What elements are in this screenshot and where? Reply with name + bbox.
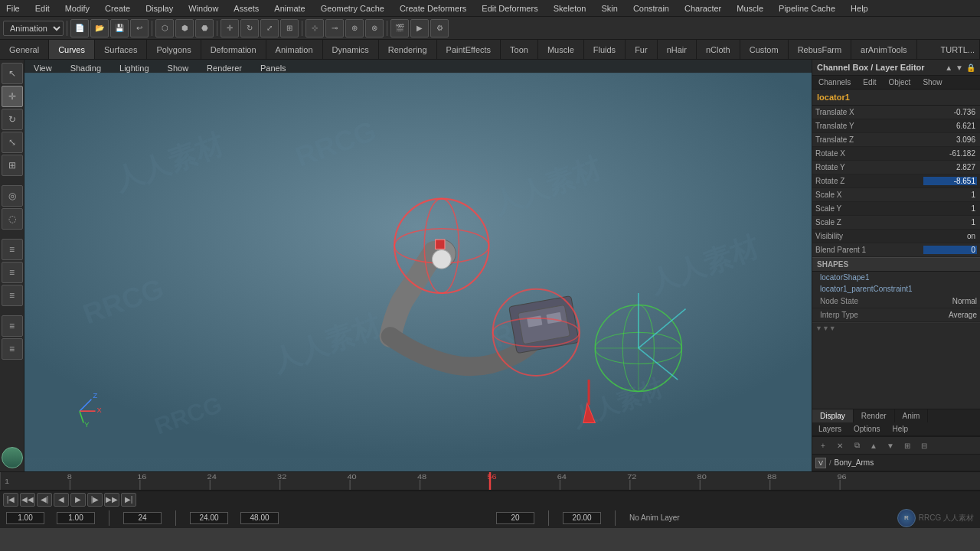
tc-play-back[interactable]: ◀	[54, 493, 69, 507]
tab-deformation[interactable]: Deformation	[201, 40, 266, 60]
cb-nav-show[interactable]: Show	[916, 76, 948, 89]
universal-manip[interactable]: ⊞	[2, 155, 23, 176]
snap-view-btn[interactable]: ⊗	[365, 19, 384, 37]
viewport[interactable]: View Shading Lighting Show Renderer Pane…	[24, 60, 812, 471]
tab-animation[interactable]: Animation	[266, 40, 323, 60]
tab-more[interactable]: TURTL...	[936, 40, 980, 60]
end-frame-input[interactable]	[57, 512, 95, 524]
layer-move-down-btn[interactable]: ▼	[883, 439, 898, 452]
shapes-section-header[interactable]: SHAPES	[812, 257, 980, 272]
tab-fur[interactable]: Fur	[626, 40, 658, 60]
tab-custom[interactable]: Custom	[740, 40, 789, 60]
open-btn[interactable]: 📂	[90, 19, 109, 37]
layer-tab-options[interactable]: Options	[848, 422, 886, 435]
layer-link-btn[interactable]: ⊞	[900, 439, 915, 452]
layer-tab-layers[interactable]: Layers	[812, 422, 848, 435]
layer-vis-toggle[interactable]: V	[815, 458, 826, 468]
prop-blend-parent[interactable]: Blend Parent 1 0	[812, 243, 980, 257]
prop-rotate-x[interactable]: Rotate X -61.182	[812, 147, 980, 161]
layer-btn3[interactable]: ≡	[2, 285, 23, 306]
tab-muscle[interactable]: Muscle	[538, 40, 584, 60]
layer-copy-btn[interactable]: ⧉	[849, 439, 864, 452]
undo-btn[interactable]: ↩	[130, 19, 149, 37]
render-settings-btn[interactable]: ⚙	[430, 19, 449, 37]
tab-toon[interactable]: Toon	[501, 40, 538, 60]
prop-rotate-z[interactable]: Rotate Z -8.651	[812, 174, 980, 188]
menu-display[interactable]: Display	[142, 2, 176, 15]
ipr-btn[interactable]: ▶	[410, 19, 429, 37]
layer-name[interactable]: Bony_Arms	[835, 458, 977, 467]
tab-rebusfarm[interactable]: RebusFarm	[789, 40, 851, 60]
prop-scale-y[interactable]: Scale Y 1	[812, 202, 980, 216]
tab-surfaces[interactable]: Surfaces	[95, 40, 147, 60]
prop-scale-x[interactable]: Scale X 1	[812, 188, 980, 202]
locator-shape-item[interactable]: locatorShape1	[812, 272, 980, 283]
rotate-btn[interactable]: ↻	[240, 19, 259, 37]
layer-btn2[interactable]: ≡	[2, 262, 23, 283]
layer-move-up-btn[interactable]: ▲	[866, 439, 881, 452]
prop-translate-y[interactable]: Translate Y 6.621	[812, 119, 980, 133]
menu-assets[interactable]: Assets	[230, 2, 262, 15]
transform-btn[interactable]: ⊞	[280, 19, 299, 37]
tab-curves[interactable]: Curves	[49, 40, 95, 60]
tab-polygons[interactable]: Polygons	[147, 40, 201, 60]
prop-rotate-y[interactable]: Rotate Y 2.827	[812, 161, 980, 174]
tab-general[interactable]: General	[0, 40, 49, 60]
menu-window[interactable]: Window	[185, 2, 221, 15]
tab-nhair[interactable]: nHair	[658, 40, 697, 60]
tab-aranimtools[interactable]: arAnimTools	[851, 40, 917, 60]
timeline-ruler[interactable]: 1 8 16 24 32 40 48 56 64 72 80 88 96	[0, 472, 980, 491]
playback-end-input[interactable]	[563, 512, 601, 524]
layer-new-btn[interactable]: +	[815, 439, 831, 452]
menu-help[interactable]: Help	[848, 2, 871, 15]
menu-modify[interactable]: Modify	[62, 2, 93, 15]
cb-icon-up[interactable]: ▲	[945, 64, 952, 72]
menu-create[interactable]: Create	[102, 2, 133, 15]
scale-btn[interactable]: ⤢	[260, 19, 279, 37]
layer-btn4[interactable]: ≡	[2, 315, 23, 337]
tc-prev-key[interactable]: ◀|	[37, 493, 52, 507]
layer-unlink-btn[interactable]: ⊟	[916, 439, 932, 452]
lasso-select-btn[interactable]: ◌	[2, 208, 23, 230]
tab-fluids[interactable]: Fluids	[584, 40, 626, 60]
select-tool[interactable]: ↖	[2, 63, 23, 84]
frame-input[interactable]	[123, 512, 162, 524]
menu-constrain[interactable]: Constrain	[630, 2, 672, 15]
save-btn[interactable]: 💾	[110, 19, 129, 37]
prop-translate-z[interactable]: Translate Z 3.096	[812, 133, 980, 147]
soft-select-btn[interactable]: ◎	[2, 185, 23, 207]
cb-nav-channels[interactable]: Channels	[812, 76, 857, 89]
menu-edit-deformers[interactable]: Edit Deformers	[479, 2, 541, 15]
snap-point-btn[interactable]: ⊕	[345, 19, 364, 37]
cb-nav-edit[interactable]: Edit	[857, 76, 882, 89]
bp-tab-display[interactable]: Display	[812, 409, 854, 422]
timeline-start-input[interactable]	[190, 512, 228, 524]
rotate-tool[interactable]: ↻	[2, 109, 23, 130]
start-frame-input[interactable]	[6, 512, 44, 524]
menu-muscle[interactable]: Muscle	[733, 2, 766, 15]
paint-btn[interactable]: ⬣	[195, 19, 214, 37]
playback-pos-input[interactable]	[496, 512, 534, 524]
menu-file[interactable]: File	[3, 2, 23, 15]
scale-tool[interactable]: ⤡	[2, 132, 23, 153]
locator-constraint-item[interactable]: locator1_parentConstraint1	[812, 283, 980, 295]
tab-rendering[interactable]: Rendering	[379, 40, 437, 60]
bp-tab-anim[interactable]: Anim	[895, 409, 929, 422]
render-btn[interactable]: 🎬	[390, 19, 409, 37]
snap-curve-btn[interactable]: ⊸	[325, 19, 344, 37]
menu-skin[interactable]: Skin	[598, 2, 620, 15]
lasso-btn[interactable]: ⬢	[175, 19, 194, 37]
prop-translate-x[interactable]: Translate X -0.736	[812, 106, 980, 119]
tab-painteffects[interactable]: PaintEffects	[437, 40, 501, 60]
bp-tab-render[interactable]: Render	[854, 409, 895, 422]
tab-dynamics[interactable]: Dynamics	[323, 40, 379, 60]
cb-icon-lock[interactable]: 🔒	[966, 64, 975, 72]
ground-btn[interactable]	[2, 447, 23, 468]
menu-character[interactable]: Character	[681, 2, 724, 15]
menu-edit[interactable]: Edit	[32, 2, 53, 15]
layer-delete-btn[interactable]: ✕	[832, 439, 848, 452]
tc-go-end[interactable]: ▶|	[121, 493, 136, 507]
menu-skeleton[interactable]: Skeleton	[550, 2, 590, 15]
menu-geometry-cache[interactable]: Geometry Cache	[318, 2, 387, 15]
cb-icon-down[interactable]: ▼	[956, 64, 963, 72]
